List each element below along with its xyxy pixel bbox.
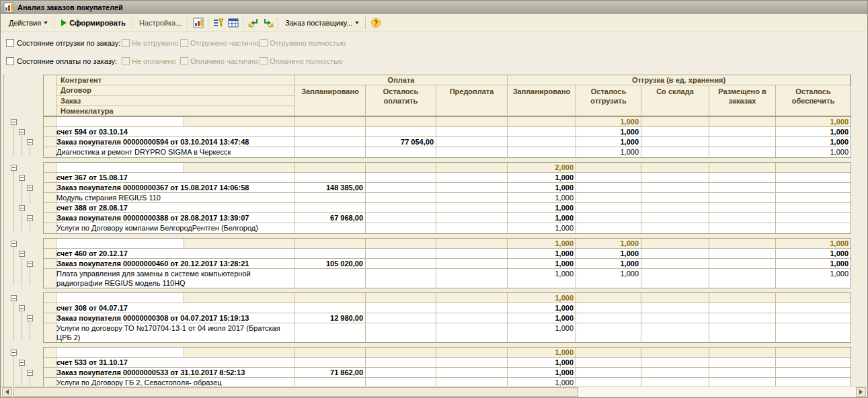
cell-pay-left[interactable] [366,183,436,192]
collapse-button-level-3[interactable] [27,315,33,321]
cell-ship-planned[interactable] [508,147,576,157]
collapse-button-level-1[interactable] [11,241,17,247]
cell-from-stock[interactable] [641,249,709,258]
cell-placed-in-orders[interactable] [709,117,776,126]
cell-from-stock[interactable] [641,293,709,303]
cell-pay-planned[interactable] [295,223,366,233]
cell-pay-planned[interactable]: 71 862,00 [295,368,366,377]
cell-ship-planned[interactable]: 1,000 [508,348,576,357]
cell-ship-planned[interactable]: 1,000 [508,223,576,233]
cell-ship-planned[interactable]: 1,000 [508,303,576,313]
cell-pay-planned[interactable]: 12 980,00 [295,313,366,323]
cell-to-provide[interactable] [776,323,851,342]
cell-ship-planned[interactable]: 1,000 [508,358,576,367]
cell-prepay[interactable] [436,313,508,323]
cell-placed-in-orders[interactable] [709,147,776,157]
cell-ship-left[interactable]: 1,000 [576,249,641,258]
cell-placed-in-orders[interactable] [709,259,776,268]
not-shipped-checkbox[interactable] [122,39,130,47]
row-label-cell[interactable]: счет 367 от 15.08.17 [56,173,295,182]
partially-paid-checkbox[interactable] [180,57,188,65]
collapse-button-level-2[interactable] [19,175,25,181]
cell-to-provide[interactable]: 1,000 [776,269,851,288]
cell-ship-planned[interactable]: 1,000 [508,293,576,303]
cell-prepay[interactable] [436,147,508,157]
cell-ship-planned[interactable]: 1,000 [508,368,576,377]
cell-pay-left[interactable] [366,313,436,323]
row-label-cell[interactable] [56,117,295,126]
cell-ship-planned[interactable]: 1,000 [508,313,576,323]
row-label-cell[interactable]: Заказ покупателя 00000000388 от 28.08.20… [56,213,295,223]
cell-pay-left[interactable] [366,213,436,223]
cell-pay-planned[interactable] [295,303,366,313]
cell-placed-in-orders[interactable] [709,137,776,147]
cell-ship-left[interactable]: 1,000 [576,259,641,268]
cell-ship-left[interactable]: 1,000 [576,269,641,288]
cell-to-provide[interactable]: 1,000 [776,137,851,147]
cell-to-provide[interactable]: 1,000 [776,117,851,126]
supplier-order-button[interactable]: Заказ поставщику... [281,17,363,29]
row-label-cell[interactable]: Заказ покупателя 00000000308 от 04.07.20… [56,313,295,323]
cell-pay-planned[interactable] [295,358,366,367]
cell-to-provide[interactable]: 1,000 [776,147,851,157]
cell-ship-planned[interactable]: 1,000 [508,269,576,288]
cell-placed-in-orders[interactable] [709,163,776,172]
cell-ship-left[interactable] [576,303,641,313]
cell-placed-in-orders[interactable] [709,213,776,223]
filter-settings-button[interactable] [211,16,226,30]
cell-from-stock[interactable] [641,183,709,192]
cell-pay-left[interactable] [366,239,436,248]
cell-pay-left[interactable] [366,269,436,288]
chart-report-button[interactable] [191,16,206,30]
row-label-cell[interactable] [56,293,295,303]
cell-prepay[interactable] [436,348,508,357]
cell-from-stock[interactable] [641,323,709,342]
cell-from-stock[interactable] [641,173,709,182]
group-contractor-empty-cell[interactable] [56,293,184,303]
cell-prepay[interactable] [436,293,508,303]
cell-ship-left[interactable]: 1,000 [576,137,641,147]
cell-to-provide[interactable] [776,303,851,313]
cell-ship-left[interactable] [576,358,641,367]
generate-button[interactable]: Сформировать [57,17,130,29]
cell-ship-left[interactable] [576,213,641,223]
cell-placed-in-orders[interactable] [709,239,776,248]
collapse-button-level-1[interactable] [11,119,17,125]
cell-placed-in-orders[interactable] [709,303,776,313]
cell-pay-planned[interactable] [295,203,366,212]
cell-ship-planned[interactable]: 2,000 [508,163,576,172]
cell-prepay[interactable] [436,193,508,202]
scrollbar-thumb[interactable] [13,387,578,397]
cell-ship-left[interactable] [576,193,641,202]
cell-pay-planned[interactable]: 67 968,00 [295,213,366,223]
collapse-groups-button[interactable] [246,16,261,30]
not-paid-checkbox[interactable] [122,57,130,65]
cell-ship-planned[interactable]: 1,000 [508,203,576,212]
cell-prepay[interactable] [436,269,508,288]
row-label-cell[interactable]: Диагностика и ремонт DRYPRO SIGMA в Черк… [56,147,295,157]
cell-pay-left[interactable] [366,163,436,172]
cell-prepay[interactable] [436,173,508,182]
collapse-button-level-1[interactable] [11,295,17,301]
cell-from-stock[interactable] [641,127,709,136]
cell-prepay[interactable] [436,259,508,268]
cell-ship-planned[interactable]: 1,000 [508,183,576,192]
cell-prepay[interactable] [436,183,508,192]
help-button[interactable]: ? [368,16,383,30]
cell-pay-left[interactable] [366,173,436,182]
cell-to-provide[interactable] [776,293,851,303]
payment-state-checkbox[interactable] [6,57,14,65]
fully-shipped-checkbox[interactable] [260,39,268,47]
cell-ship-left[interactable] [576,203,641,212]
group-contractor-empty-cell[interactable] [56,163,184,172]
cell-ship-left[interactable]: 1,000 [576,117,641,126]
cell-prepay[interactable] [436,127,508,136]
cell-pay-left[interactable] [366,358,436,367]
row-label-cell[interactable]: счет 308 от 04.07.17 [56,303,295,313]
collapse-button-level-2[interactable] [19,205,25,211]
collapse-button-level-2[interactable] [19,360,25,366]
cell-pay-planned[interactable] [295,239,366,248]
cell-to-provide[interactable] [776,348,851,357]
cell-from-stock[interactable] [641,368,709,377]
cell-pay-planned[interactable] [295,147,366,157]
